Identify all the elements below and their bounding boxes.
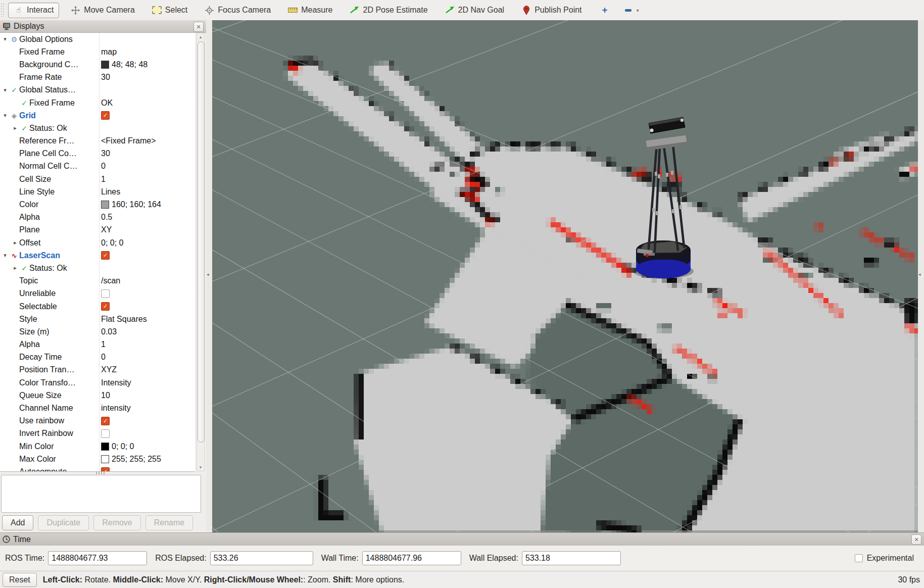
property-value[interactable] (100, 122, 195, 134)
tool-2d-nav-goal[interactable]: 2D Nav Goal (440, 3, 510, 18)
time-panel-header[interactable]: Time ✕ (0, 532, 924, 546)
property-value[interactable]: XY (100, 224, 195, 236)
property-row[interactable]: Alpha0.5 (0, 211, 195, 224)
property-value[interactable]: Lines (100, 185, 195, 198)
tool-move-camera[interactable]: Move Camera (65, 3, 140, 18)
displays-close-icon[interactable]: ✕ (193, 22, 204, 32)
property-value[interactable] (100, 427, 195, 440)
expander-icon[interactable]: ▸ (11, 265, 19, 271)
experimental-toggle[interactable]: Experimental (855, 554, 914, 563)
expander-icon[interactable]: ▸ (11, 239, 19, 246)
property-row[interactable]: Topic/scan (0, 275, 195, 287)
expander-icon[interactable]: ▾ (1, 36, 9, 42)
property-value[interactable]: 0; 0; 0 (100, 440, 195, 453)
panel-splitter-handle[interactable] (96, 472, 106, 474)
property-row[interactable]: Position Tran…XYZ (0, 364, 195, 376)
property-row[interactable]: ▾⚙Global Options (0, 33, 195, 45)
property-value[interactable]: /scan (100, 275, 195, 287)
property-row[interactable]: Unreliable (0, 287, 195, 300)
property-row[interactable]: Reference Fr…<Fixed Frame> (0, 135, 195, 148)
property-value[interactable]: 48; 48; 48 (100, 58, 195, 71)
property-row[interactable]: ▾◈Grid✓ (0, 109, 195, 122)
expander-icon[interactable]: ▾ (1, 112, 9, 119)
property-row[interactable]: Size (m)0.03 (0, 325, 195, 338)
property-checkbox[interactable]: ✓ (101, 251, 110, 260)
property-row[interactable]: PlaneXY (0, 224, 195, 236)
property-row[interactable]: Frame Rate30 (0, 71, 195, 84)
scrollbar-up-icon[interactable]: ▴ (197, 34, 204, 39)
property-row[interactable]: Cell Size1 (0, 173, 195, 185)
reset-button[interactable]: Reset (3, 573, 37, 587)
expander-icon[interactable]: ▾ (1, 252, 9, 259)
property-value[interactable]: map (100, 45, 195, 58)
property-row[interactable]: Max Color255; 255; 255 (0, 453, 195, 465)
property-row[interactable]: Invert Rainbow (0, 427, 195, 440)
scrollbar-thumb[interactable] (198, 41, 205, 443)
time-close-icon[interactable]: ✕ (911, 534, 921, 545)
property-row[interactable]: Plane Cell Co…30 (0, 148, 195, 160)
tool-focus-camera[interactable]: Focus Camera (199, 3, 276, 18)
displays-scrollbar[interactable]: ▴ ▾ (197, 33, 205, 471)
collapse-right-icon[interactable]: ◂ (918, 272, 921, 277)
property-value[interactable]: 0; 0; 0 (100, 236, 195, 249)
property-row[interactable]: Background C…48; 48; 48 (0, 58, 195, 71)
property-row[interactable]: Line StyleLines (0, 185, 195, 198)
property-value[interactable]: 255; 255; 255 (100, 453, 195, 465)
property-row[interactable]: Color Transfo…Intensity (0, 376, 195, 389)
property-value[interactable]: 1 (100, 338, 195, 351)
property-value[interactable] (100, 84, 195, 96)
property-checkbox[interactable]: ✓ (101, 302, 110, 311)
property-value[interactable]: 0.03 (100, 325, 195, 338)
property-value[interactable]: ✓ (100, 249, 195, 262)
property-value[interactable]: 0.5 (100, 211, 195, 224)
property-value[interactable] (100, 33, 195, 45)
rename-button[interactable]: Rename (145, 515, 193, 530)
property-row[interactable]: Channel Nameintensity (0, 402, 195, 414)
property-checkbox[interactable]: ✓ (101, 417, 110, 425)
property-row[interactable]: Selectable✓ (0, 300, 195, 313)
expander-icon[interactable]: ▾ (1, 87, 9, 93)
property-row[interactable]: ✓Fixed FrameOK (0, 96, 195, 109)
remove-tool-button[interactable]: ▾ (619, 5, 645, 16)
property-value[interactable]: ✓ (100, 415, 195, 427)
displays-property-tree[interactable]: ▾⚙Global OptionsFixed FramemapBackground… (0, 33, 195, 472)
property-row[interactable]: Use rainbow✓ (0, 415, 195, 427)
property-value[interactable]: intensity (100, 402, 195, 414)
property-row[interactable]: StyleFlat Squares (0, 313, 195, 325)
property-row[interactable]: ▾✓Global Status… (0, 84, 195, 96)
property-checkbox[interactable] (101, 289, 110, 298)
property-checkbox[interactable]: ✓ (101, 467, 110, 472)
property-value[interactable]: 30 (100, 71, 195, 84)
duplicate-button[interactable]: Duplicate (38, 515, 89, 530)
wall-elapsed-input[interactable] (522, 551, 621, 565)
property-checkbox[interactable] (101, 429, 110, 438)
property-row[interactable]: Color160; 160; 164 (0, 198, 195, 211)
property-row[interactable]: Normal Cell C…0 (0, 160, 195, 173)
displays-panel-header[interactable]: Displays ✕ (0, 20, 206, 33)
tool-publish-point[interactable]: Publish Point (516, 3, 587, 18)
property-value[interactable] (100, 287, 195, 300)
property-value[interactable]: ✓ (100, 109, 195, 122)
ros-time-input[interactable] (48, 551, 147, 565)
property-value[interactable]: ✓ (100, 300, 195, 313)
property-row[interactable]: Autocompute…✓ (0, 465, 195, 472)
property-value[interactable]: OK (100, 96, 195, 109)
property-value[interactable]: 10 (100, 389, 195, 402)
3d-viewport[interactable] (212, 20, 918, 532)
property-value[interactable]: Intensity (100, 376, 195, 389)
property-row[interactable]: ▾∿LaserScan✓ (0, 249, 195, 262)
property-row[interactable]: ▸✓Status: Ok (0, 262, 195, 274)
property-value[interactable]: 160; 160; 164 (100, 198, 195, 211)
right-panel-collapse-gutter[interactable]: ◂ (918, 20, 924, 532)
property-value[interactable]: XYZ (100, 364, 195, 376)
tool-2d-pose-estimate[interactable]: 2D Pose Estimate (344, 3, 433, 18)
expander-icon[interactable]: ▸ (11, 125, 19, 131)
property-row[interactable]: Alpha1 (0, 338, 195, 351)
left-panel-collapse-gutter[interactable]: ◂ (206, 20, 212, 532)
tool-interact[interactable]: ☝ Interact (8, 3, 59, 18)
property-value[interactable]: 1 (100, 173, 195, 185)
property-row[interactable]: Min Color0; 0; 0 (0, 440, 195, 453)
scrollbar-down-icon[interactable]: ▾ (197, 465, 204, 470)
toolbar-grip-handle[interactable] (1, 4, 5, 17)
tool-measure[interactable]: Measure (282, 3, 338, 18)
